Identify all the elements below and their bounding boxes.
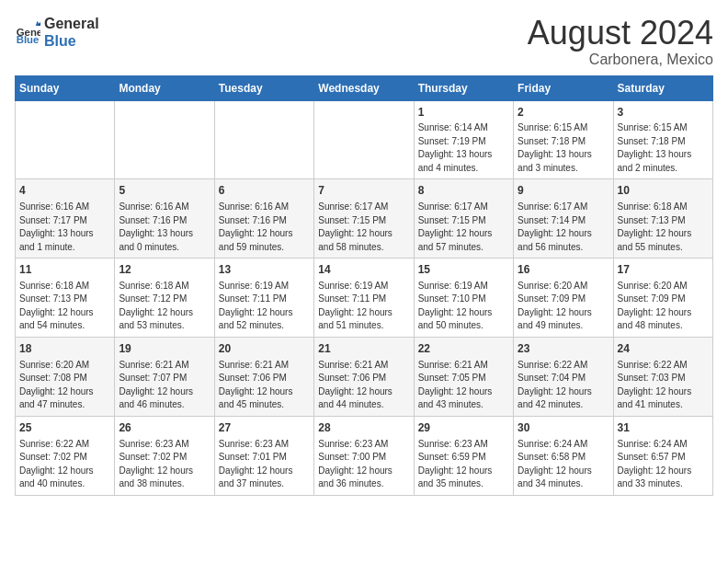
day-header-thursday: Thursday xyxy=(414,75,513,100)
calendar-week-5: 25Sunrise: 6:22 AM Sunset: 7:02 PM Dayli… xyxy=(16,416,713,495)
day-number: 8 xyxy=(418,183,509,199)
day-header-friday: Friday xyxy=(514,75,613,100)
day-number: 3 xyxy=(618,105,709,121)
day-info: Sunrise: 6:22 AM Sunset: 7:03 PM Dayligh… xyxy=(618,359,709,412)
calendar-cell: 11Sunrise: 6:18 AM Sunset: 7:13 PM Dayli… xyxy=(16,259,115,338)
day-info: Sunrise: 6:19 AM Sunset: 7:11 PM Dayligh… xyxy=(219,280,310,333)
day-header-sunday: Sunday xyxy=(16,75,115,100)
calendar-cell: 13Sunrise: 6:19 AM Sunset: 7:11 PM Dayli… xyxy=(214,259,313,338)
day-info: Sunrise: 6:17 AM Sunset: 7:15 PM Dayligh… xyxy=(318,201,409,254)
day-number: 17 xyxy=(618,262,709,278)
day-header-tuesday: Tuesday xyxy=(214,75,313,100)
calendar-cell: 14Sunrise: 6:19 AM Sunset: 7:11 PM Dayli… xyxy=(314,259,414,338)
day-info: Sunrise: 6:18 AM Sunset: 7:13 PM Dayligh… xyxy=(19,280,110,333)
logo-icon: General Blue xyxy=(15,19,40,45)
day-info: Sunrise: 6:20 AM Sunset: 7:09 PM Dayligh… xyxy=(518,280,609,333)
day-number: 28 xyxy=(318,420,409,436)
day-number: 18 xyxy=(19,341,110,357)
day-info: Sunrise: 6:20 AM Sunset: 7:08 PM Dayligh… xyxy=(19,359,110,412)
day-number: 13 xyxy=(219,262,310,278)
day-number: 15 xyxy=(418,262,509,278)
logo: General Blue General Blue xyxy=(15,15,99,50)
calendar-cell: 20Sunrise: 6:21 AM Sunset: 7:06 PM Dayli… xyxy=(214,337,313,416)
day-info: Sunrise: 6:24 AM Sunset: 6:58 PM Dayligh… xyxy=(518,438,609,491)
day-info: Sunrise: 6:15 AM Sunset: 7:18 PM Dayligh… xyxy=(618,121,709,175)
day-info: Sunrise: 6:21 AM Sunset: 7:05 PM Dayligh… xyxy=(418,359,509,412)
day-number: 9 xyxy=(518,183,609,199)
calendar-cell xyxy=(16,100,115,179)
calendar-cell: 23Sunrise: 6:22 AM Sunset: 7:04 PM Dayli… xyxy=(514,337,613,416)
svg-text:Blue: Blue xyxy=(17,34,40,45)
calendar-week-4: 18Sunrise: 6:20 AM Sunset: 7:08 PM Dayli… xyxy=(16,337,713,416)
calendar-cell: 24Sunrise: 6:22 AM Sunset: 7:03 PM Dayli… xyxy=(613,337,712,416)
calendar-cell: 5Sunrise: 6:16 AM Sunset: 7:16 PM Daylig… xyxy=(115,179,214,259)
calendar-cell: 30Sunrise: 6:24 AM Sunset: 6:58 PM Dayli… xyxy=(514,416,613,495)
day-number: 6 xyxy=(219,183,310,199)
day-number: 19 xyxy=(119,341,210,357)
day-info: Sunrise: 6:16 AM Sunset: 7:16 PM Dayligh… xyxy=(219,201,310,254)
logo-general: General xyxy=(44,15,99,32)
calendar-cell: 12Sunrise: 6:18 AM Sunset: 7:12 PM Dayli… xyxy=(115,259,214,338)
day-number: 29 xyxy=(418,420,509,436)
calendar-week-1: 1Sunrise: 6:14 AM Sunset: 7:19 PM Daylig… xyxy=(16,100,713,179)
calendar-cell: 25Sunrise: 6:22 AM Sunset: 7:02 PM Dayli… xyxy=(16,416,115,495)
location: Carbonera, Mexico xyxy=(528,52,713,68)
month-title: August 2024 xyxy=(528,15,713,52)
day-number: 24 xyxy=(618,341,709,357)
day-info: Sunrise: 6:16 AM Sunset: 7:17 PM Dayligh… xyxy=(19,201,110,254)
calendar-cell: 1Sunrise: 6:14 AM Sunset: 7:19 PM Daylig… xyxy=(414,100,513,179)
logo-blue: Blue xyxy=(44,32,99,50)
page-header: General Blue General Blue August 2024 Ca… xyxy=(15,15,713,68)
calendar-cell: 16Sunrise: 6:20 AM Sunset: 7:09 PM Dayli… xyxy=(514,259,613,338)
day-info: Sunrise: 6:23 AM Sunset: 7:01 PM Dayligh… xyxy=(219,438,310,491)
calendar-cell: 8Sunrise: 6:17 AM Sunset: 7:15 PM Daylig… xyxy=(414,179,513,259)
day-number: 16 xyxy=(518,262,609,278)
day-header-saturday: Saturday xyxy=(613,75,712,100)
day-number: 26 xyxy=(119,420,210,436)
day-number: 25 xyxy=(19,420,110,436)
day-info: Sunrise: 6:17 AM Sunset: 7:14 PM Dayligh… xyxy=(518,201,609,254)
calendar-table: SundayMondayTuesdayWednesdayThursdayFrid… xyxy=(15,75,713,496)
day-number: 30 xyxy=(518,420,609,436)
day-header-wednesday: Wednesday xyxy=(314,75,414,100)
day-number: 4 xyxy=(19,183,110,199)
calendar-cell: 15Sunrise: 6:19 AM Sunset: 7:10 PM Dayli… xyxy=(414,259,513,338)
calendar-cell: 21Sunrise: 6:21 AM Sunset: 7:06 PM Dayli… xyxy=(314,337,414,416)
day-number: 2 xyxy=(518,105,609,121)
day-header-monday: Monday xyxy=(115,75,214,100)
day-number: 7 xyxy=(318,183,409,199)
day-info: Sunrise: 6:21 AM Sunset: 7:06 PM Dayligh… xyxy=(219,359,310,412)
day-number: 10 xyxy=(618,183,709,199)
day-number: 11 xyxy=(19,262,110,278)
calendar-cell: 4Sunrise: 6:16 AM Sunset: 7:17 PM Daylig… xyxy=(16,179,115,259)
day-info: Sunrise: 6:16 AM Sunset: 7:16 PM Dayligh… xyxy=(119,201,210,254)
day-number: 22 xyxy=(418,341,509,357)
day-number: 12 xyxy=(119,262,210,278)
day-info: Sunrise: 6:14 AM Sunset: 7:19 PM Dayligh… xyxy=(418,121,509,175)
day-info: Sunrise: 6:21 AM Sunset: 7:06 PM Dayligh… xyxy=(318,359,409,412)
calendar-cell: 17Sunrise: 6:20 AM Sunset: 7:09 PM Dayli… xyxy=(613,259,712,338)
calendar-header-row: SundayMondayTuesdayWednesdayThursdayFrid… xyxy=(16,75,713,100)
day-info: Sunrise: 6:22 AM Sunset: 7:04 PM Dayligh… xyxy=(518,359,609,412)
calendar-cell: 19Sunrise: 6:21 AM Sunset: 7:07 PM Dayli… xyxy=(115,337,214,416)
day-number: 14 xyxy=(318,262,409,278)
calendar-cell: 28Sunrise: 6:23 AM Sunset: 7:00 PM Dayli… xyxy=(314,416,414,495)
day-number: 23 xyxy=(518,341,609,357)
calendar-cell: 6Sunrise: 6:16 AM Sunset: 7:16 PM Daylig… xyxy=(214,179,313,259)
calendar-cell: 29Sunrise: 6:23 AM Sunset: 6:59 PM Dayli… xyxy=(414,416,513,495)
calendar-cell: 18Sunrise: 6:20 AM Sunset: 7:08 PM Dayli… xyxy=(16,337,115,416)
calendar-cell xyxy=(115,100,214,179)
calendar-cell: 3Sunrise: 6:15 AM Sunset: 7:18 PM Daylig… xyxy=(613,100,712,179)
calendar-week-2: 4Sunrise: 6:16 AM Sunset: 7:17 PM Daylig… xyxy=(16,179,713,259)
day-info: Sunrise: 6:23 AM Sunset: 7:02 PM Dayligh… xyxy=(119,438,210,491)
calendar-week-3: 11Sunrise: 6:18 AM Sunset: 7:13 PM Dayli… xyxy=(16,259,713,338)
calendar-cell xyxy=(214,100,313,179)
day-info: Sunrise: 6:24 AM Sunset: 6:57 PM Dayligh… xyxy=(618,438,709,491)
day-info: Sunrise: 6:23 AM Sunset: 6:59 PM Dayligh… xyxy=(418,438,509,491)
day-info: Sunrise: 6:17 AM Sunset: 7:15 PM Dayligh… xyxy=(418,201,509,254)
day-info: Sunrise: 6:18 AM Sunset: 7:12 PM Dayligh… xyxy=(119,280,210,333)
day-number: 27 xyxy=(219,420,310,436)
day-info: Sunrise: 6:20 AM Sunset: 7:09 PM Dayligh… xyxy=(618,280,709,333)
day-number: 20 xyxy=(219,341,310,357)
day-number: 5 xyxy=(119,183,210,199)
